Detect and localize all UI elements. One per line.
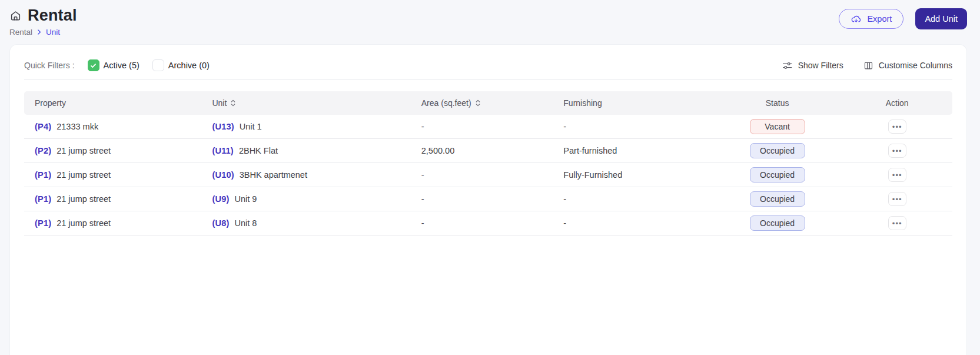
unit-code[interactable]: (U8) — [212, 218, 229, 228]
unit-code[interactable]: (U9) — [212, 194, 229, 204]
unit-name: 3BHK apartmenet — [240, 170, 307, 180]
property-cell: (P2) 21 jump street — [24, 146, 201, 155]
table-row: (P2) 21 jump street (U11) 2BHK Flat 2,50… — [24, 139, 952, 163]
row-actions-button[interactable]: ••• — [888, 168, 906, 182]
row-actions-button[interactable]: ••• — [888, 120, 906, 134]
column-header-status: Status — [713, 98, 842, 108]
column-header-action: Action — [842, 98, 952, 108]
filters-bar: Quick Filters : Active (5) Archive (0) — [24, 57, 952, 74]
property-code[interactable]: (P2) — [35, 146, 51, 155]
row-actions-button[interactable]: ••• — [888, 192, 906, 206]
status-cell: Vacant — [713, 119, 842, 134]
column-header-property: Property — [24, 98, 201, 108]
unit-name: 2BHK Flat — [239, 146, 278, 155]
export-button-label: Export — [867, 14, 892, 24]
action-cell: ••• — [842, 120, 952, 134]
filter-option-active[interactable]: Active (5) — [88, 59, 139, 71]
sort-icon[interactable] — [230, 99, 236, 107]
unit-cell: (U11) 2BHK Flat — [201, 146, 410, 155]
property-cell: (P1) 21 jump street — [24, 218, 201, 228]
column-header-unit[interactable]: Unit — [201, 98, 410, 108]
action-cell: ••• — [842, 168, 952, 182]
column-header-furnishing: Furnishing — [553, 98, 713, 108]
unit-cell: (U8) Unit 8 — [201, 218, 410, 228]
furnishing-cell: - — [553, 218, 713, 228]
property-name: 21333 mkk — [57, 122, 98, 131]
property-cell: (P4) 21333 mkk — [24, 122, 201, 131]
archive-filter-label: Archive (0) — [168, 61, 210, 70]
area-cell: - — [411, 170, 553, 180]
property-name: 21 jump street — [57, 146, 111, 155]
status-cell: Occupied — [713, 191, 842, 207]
unit-cell: (U10) 3BHK apartmenet — [201, 170, 410, 180]
show-filters-button[interactable]: Show Filters — [782, 61, 843, 71]
cloud-download-icon — [851, 14, 862, 24]
column-header-area[interactable]: Area (sq.feet) — [411, 98, 553, 108]
ellipsis-icon: ••• — [892, 220, 902, 227]
row-actions-button[interactable]: ••• — [888, 216, 906, 230]
divider — [24, 79, 952, 80]
ellipsis-icon: ••• — [892, 123, 902, 131]
export-button[interactable]: Export — [839, 9, 903, 29]
content-card: Quick Filters : Active (5) Archive (0) — [9, 44, 967, 355]
ellipsis-icon: ••• — [892, 195, 902, 203]
property-code[interactable]: (P4) — [35, 122, 51, 131]
unit-cell: (U13) Unit 1 — [201, 122, 410, 131]
breadcrumb: Rental Unit — [9, 28, 77, 37]
customise-columns-button[interactable]: Customise Columns — [863, 61, 952, 71]
furnishing-cell: - — [553, 122, 713, 131]
status-badge: Occupied — [750, 167, 805, 183]
row-actions-button[interactable]: ••• — [888, 144, 906, 158]
property-code[interactable]: (P1) — [35, 170, 51, 180]
sort-icon[interactable] — [475, 99, 481, 107]
home-icon — [9, 9, 22, 22]
show-filters-label: Show Filters — [798, 61, 843, 70]
chevron-right-icon — [35, 28, 43, 36]
unit-name: Unit 9 — [234, 194, 257, 204]
status-badge: Vacant — [750, 119, 805, 134]
property-code[interactable]: (P1) — [35, 218, 51, 228]
property-cell: (P1) 21 jump street — [24, 194, 201, 204]
breadcrumb-parent[interactable]: Rental — [9, 28, 32, 37]
area-cell: - — [411, 218, 553, 228]
property-name: 21 jump street — [57, 170, 111, 180]
breadcrumb-current[interactable]: Unit — [46, 28, 60, 37]
units-table: Property Unit Area (sq.feet) Furnishing … — [24, 91, 952, 235]
page-title: Rental — [28, 6, 77, 25]
property-name: 21 jump street — [57, 218, 111, 228]
table-row: (P1) 21 jump street (U9) Unit 9 - - Occu… — [24, 187, 952, 211]
table-body: (P4) 21333 mkk (U13) Unit 1 - - Vacant •… — [24, 115, 952, 235]
property-name: 21 jump street — [57, 194, 111, 204]
furnishing-cell: - — [553, 194, 713, 204]
unit-code[interactable]: (U13) — [212, 122, 234, 131]
status-cell: Occupied — [713, 167, 842, 183]
quick-filters-label: Quick Filters : — [24, 61, 75, 70]
customise-columns-label: Customise Columns — [879, 61, 952, 70]
action-cell: ••• — [842, 192, 952, 206]
area-cell: 2,500.00 — [411, 146, 553, 155]
unit-name: Unit 8 — [234, 218, 257, 228]
active-checkbox[interactable] — [88, 59, 99, 71]
add-unit-button-label: Add Unit — [925, 14, 958, 24]
unit-code[interactable]: (U11) — [212, 146, 233, 155]
area-cell: - — [411, 194, 553, 204]
filter-option-archive[interactable]: Archive (0) — [152, 59, 210, 71]
table-row: (P4) 21333 mkk (U13) Unit 1 - - Vacant •… — [24, 115, 952, 139]
page-header: Rental Rental Unit Export Add Unit — [0, 0, 980, 44]
table-header-row: Property Unit Area (sq.feet) Furnishing … — [24, 91, 952, 115]
check-icon — [89, 62, 97, 69]
unit-cell: (U9) Unit 9 — [201, 194, 410, 204]
furnishing-cell: Part-furnished — [553, 146, 713, 155]
property-code[interactable]: (P1) — [35, 194, 51, 204]
sliders-icon — [782, 61, 793, 71]
archive-checkbox[interactable] — [152, 59, 164, 71]
add-unit-button[interactable]: Add Unit — [915, 8, 967, 29]
property-cell: (P1) 21 jump street — [24, 170, 201, 180]
status-cell: Occupied — [713, 143, 842, 158]
active-filter-label: Active (5) — [104, 61, 139, 70]
columns-icon — [863, 61, 873, 71]
action-cell: ••• — [842, 144, 952, 158]
status-badge: Occupied — [750, 143, 805, 158]
table-row: (P1) 21 jump street (U10) 3BHK apartmene… — [24, 163, 952, 187]
unit-code[interactable]: (U10) — [212, 170, 234, 180]
